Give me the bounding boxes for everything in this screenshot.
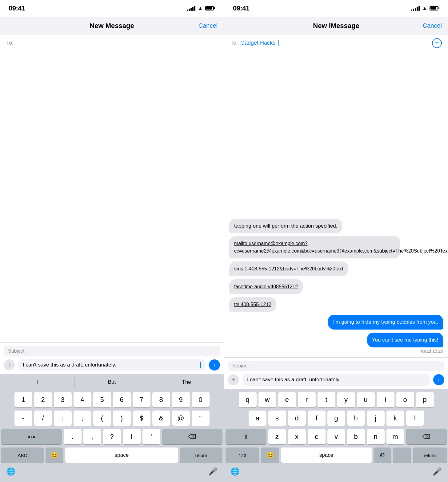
key-comma[interactable]: , <box>83 429 101 444</box>
right-add-recipient-button[interactable]: + <box>432 38 442 48</box>
key-j[interactable]: j <box>367 411 385 426</box>
left-attach-button[interactable]: + <box>4 359 15 371</box>
left-phone-panel: 09:41 ▲ New Message Cancel To: <box>0 0 224 482</box>
key-k[interactable]: k <box>386 411 404 426</box>
suggestion-1[interactable]: But <box>74 377 149 388</box>
right-compose-area: Subject + I can't save this as a draft, … <box>224 357 448 389</box>
key-r[interactable]: r <box>298 392 316 407</box>
key-t[interactable]: t <box>318 392 335 407</box>
message-2-link[interactable]: sms:1-408-555-1212&body=The%20body%20tex… <box>234 266 343 271</box>
right-cancel-button[interactable]: Cancel <box>423 22 442 29</box>
key-amp[interactable]: & <box>152 411 170 426</box>
key-9[interactable]: 9 <box>172 392 190 407</box>
key-space-r[interactable]: space <box>281 448 371 463</box>
key-w[interactable]: w <box>258 392 276 407</box>
message-3: facetime-audio://4085551212 <box>229 279 303 294</box>
key-dot-r[interactable]: . <box>393 448 411 463</box>
key-lparen[interactable]: ( <box>93 411 111 426</box>
key-minus[interactable]: - <box>14 411 32 426</box>
right-battery-icon <box>430 6 439 10</box>
key-rparen[interactable]: ) <box>113 411 131 426</box>
left-message-text: I can't save this as a draft, unfortunat… <box>23 362 200 368</box>
key-exclaim[interactable]: ! <box>123 429 141 444</box>
key-period[interactable]: . <box>64 429 82 444</box>
key-colon[interactable]: : <box>54 411 72 426</box>
suggestion-2[interactable]: The <box>149 377 224 388</box>
key-at[interactable]: @ <box>172 411 190 426</box>
left-to-field[interactable]: To: <box>0 35 224 51</box>
key-e[interactable]: e <box>278 392 296 407</box>
left-subject-field[interactable]: Subject <box>4 346 220 356</box>
right-mic-icon[interactable]: 🎤 <box>433 467 442 476</box>
right-globe-icon[interactable]: 🌐 <box>230 467 240 476</box>
key-return[interactable]: return <box>180 448 222 463</box>
key-hashplus[interactable]: #+= <box>1 429 62 444</box>
key-n[interactable]: n <box>367 429 385 444</box>
left-cancel-button[interactable]: Cancel <box>198 22 218 29</box>
key-slash[interactable]: / <box>34 411 52 426</box>
key-u[interactable]: u <box>357 392 375 407</box>
key-semicolon[interactable]: ; <box>74 411 91 426</box>
key-delete[interactable]: ⌫ <box>162 429 223 444</box>
key-h[interactable]: h <box>347 411 365 426</box>
key-4[interactable]: 4 <box>74 392 91 407</box>
key-dollar[interactable]: $ <box>133 411 150 426</box>
key-l[interactable]: l <box>406 411 424 426</box>
key-f[interactable]: f <box>308 411 326 426</box>
key-emoji[interactable]: 😊 <box>46 448 63 463</box>
key-emoji-r[interactable]: 😊 <box>261 448 279 463</box>
message-1-link[interactable]: mailto:username@example.com?cc=username2… <box>234 241 448 253</box>
key-apostrophe[interactable]: ' <box>142 429 160 444</box>
key-q[interactable]: q <box>239 392 257 407</box>
message-3-link[interactable]: facetime-audio://4085551212 <box>234 284 298 289</box>
right-message-area: tapping one will perform the action spec… <box>224 51 448 357</box>
message-4-link[interactable]: tel:408-555-1212 <box>234 302 271 307</box>
left-key-row-3: #+= . , ? ! ' ⌫ <box>1 429 222 444</box>
right-send-button[interactable]: ↑ <box>433 374 444 385</box>
left-globe-icon[interactable]: 🌐 <box>6 467 15 476</box>
key-m[interactable]: m <box>386 429 404 444</box>
key-quote[interactable]: " <box>192 411 210 426</box>
key-at-r[interactable]: @ <box>374 448 391 463</box>
key-o[interactable]: o <box>396 392 414 407</box>
key-1[interactable]: 1 <box>14 392 32 407</box>
key-space[interactable]: space <box>65 448 178 463</box>
right-message-input[interactable]: I can't save this as a draft, unfortunat… <box>242 374 430 386</box>
key-y[interactable]: y <box>337 392 355 407</box>
left-battery-icon <box>205 6 215 10</box>
left-mic-icon[interactable]: 🎤 <box>208 467 218 476</box>
key-5[interactable]: 5 <box>93 392 111 407</box>
key-7[interactable]: 7 <box>133 392 150 407</box>
key-s[interactable]: s <box>268 411 286 426</box>
key-a[interactable]: a <box>249 411 266 426</box>
key-0[interactable]: 0 <box>192 392 210 407</box>
key-question[interactable]: ? <box>103 429 121 444</box>
key-6[interactable]: 6 <box>113 392 131 407</box>
key-abc[interactable]: ABC <box>1 448 44 463</box>
suggestion-0[interactable]: I <box>0 377 74 388</box>
key-d[interactable]: d <box>288 411 306 426</box>
key-backspace[interactable]: ⌫ <box>406 429 447 444</box>
key-c[interactable]: c <box>308 429 326 444</box>
key-x[interactable]: x <box>288 429 306 444</box>
key-b[interactable]: b <box>347 429 365 444</box>
left-message-input[interactable]: I can't save this as a draft, unfortunat… <box>18 359 206 371</box>
message-1: mailto:username@example.com?cc=username2… <box>229 236 400 258</box>
right-attach-button[interactable]: + <box>228 374 239 385</box>
key-i[interactable]: i <box>377 392 394 407</box>
right-to-field[interactable]: To: Gadget Hacks + <box>224 35 448 51</box>
key-shift[interactable]: ⇧ <box>226 429 266 444</box>
key-g[interactable]: g <box>327 411 345 426</box>
key-3[interactable]: 3 <box>54 392 72 407</box>
key-2[interactable]: 2 <box>34 392 52 407</box>
key-v[interactable]: v <box>327 429 345 444</box>
key-z[interactable]: z <box>268 429 286 444</box>
key-8[interactable]: 8 <box>152 392 170 407</box>
left-send-button[interactable]: ↑ <box>209 359 220 371</box>
key-123[interactable]: 123 <box>226 448 259 463</box>
key-p[interactable]: p <box>416 392 434 407</box>
key-return-r[interactable]: return <box>413 448 447 463</box>
right-send-icon: ↑ <box>438 377 440 383</box>
right-subject-field[interactable]: Subject <box>228 361 444 371</box>
left-cursor <box>200 362 201 368</box>
